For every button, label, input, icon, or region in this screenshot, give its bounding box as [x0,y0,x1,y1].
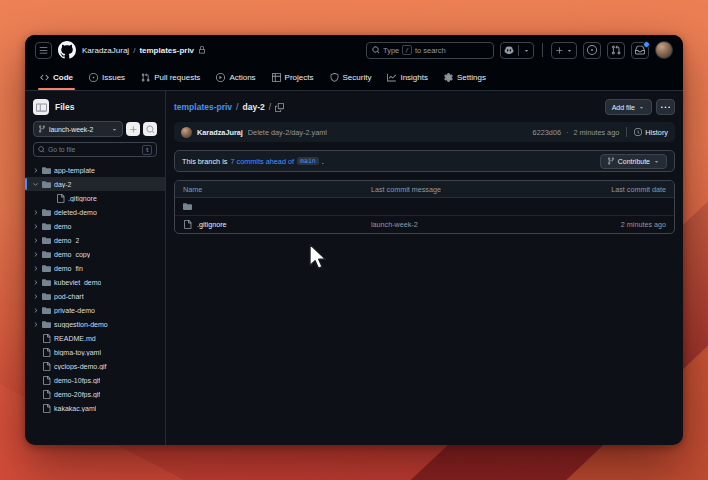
tab-security[interactable]: Security [323,65,379,90]
go-to-file-input[interactable]: Go to file t [33,142,157,157]
tab-projects[interactable]: Projects [265,65,321,90]
tree-item-day-2[interactable]: day-2 [25,177,165,191]
breadcrumb-current-folder: day-2 [242,102,264,112]
unread-notification-dot [643,41,650,48]
chevron-right-icon [31,307,39,314]
last-commit-message[interactable]: launch-week-2 [371,220,586,229]
copilot-button[interactable] [500,42,534,59]
copy-path-button[interactable] [275,103,284,112]
tree-item-label: kakakac.yaml [54,405,96,412]
tree-item-demo-10fps-gif[interactable]: demo-10fps.gif [25,373,165,387]
breadcrumb-repo-link[interactable]: templates-priv [174,102,232,112]
tree-item-deleted-demo[interactable]: deleted-demo [25,205,165,219]
tab-actions[interactable]: Actions [209,65,262,90]
tree-item-pod-chart[interactable]: pod-chart [25,289,165,303]
user-avatar[interactable] [655,41,673,59]
chevron-right-icon [31,293,39,300]
folder-icon [42,208,51,217]
folder-icon [42,320,51,329]
tree-item-suggestion-demo[interactable]: suggestion-demo [25,317,165,331]
folder-icon [42,222,51,231]
tree-item-label: demo-10fps.gif [54,377,100,384]
folder-icon [183,202,192,211]
chevron-right-icon [31,251,39,258]
context-repo-link[interactable]: templates-priv [139,46,194,55]
tree-item-bigma-toy-yaml[interactable]: bigma-toy.yaml [25,345,165,359]
tree-item-demo-2[interactable]: demo_2 [25,233,165,247]
gear-icon [444,73,453,82]
tree-item-label: demo-20fps.gif [54,391,100,398]
chevron-down-icon [111,126,118,133]
branch-status-prefix: This branch is [182,157,227,166]
tree-item-demo-fin[interactable]: demo_fin [25,261,165,275]
tree-item-demo-20fps-gif[interactable]: demo-20fps.gif [25,387,165,401]
collapse-file-tree-button[interactable] [33,99,49,115]
search-placeholder-pre: Type [383,46,399,55]
tab-insights[interactable]: Insights [380,65,435,90]
folder-icon [42,306,51,315]
tree-item-demo[interactable]: demo [25,219,165,233]
tree-item-readme-md[interactable]: README.md [25,331,165,345]
tab-code[interactable]: Code [33,65,80,90]
file-icon [42,404,51,413]
button-divider [518,45,519,56]
file-icon [42,348,51,357]
tree-item-kubeviet-demo[interactable]: kubeviet_demo [25,275,165,289]
pull-requests-dashboard-button[interactable] [607,42,625,59]
hamburger-icon [39,46,48,55]
notifications-button[interactable] [631,42,649,59]
tree-item-label: README.md [54,335,96,342]
plus-icon [129,125,138,134]
tree-item-label: bigma-toy.yaml [54,349,101,356]
commit-hash[interactable]: 6223d06 [533,128,561,137]
breadcrumb-separator: / [133,46,135,55]
tree-item-app-template[interactable]: app-template [25,163,165,177]
tree-item-gitignore[interactable]: .gitignore [25,191,165,205]
tree-item-label: demo [54,223,72,230]
graph-icon [387,73,396,82]
tab-label: Actions [229,73,255,82]
contribute-button[interactable]: Contribute [600,154,667,169]
tree-item-kakakac-yaml[interactable]: kakakac.yaml [25,401,165,415]
breadcrumb-separator: / [236,102,238,112]
tree-item-private-demo[interactable]: private-demo [25,303,165,317]
file-icon [183,220,192,229]
new-file-button[interactable] [126,122,140,136]
table-row-gitignore[interactable]: .gitignorelaunch-week-22 minutes ago [175,215,674,233]
chevron-down-icon [31,181,39,188]
kebab-icon [661,103,670,112]
commit-message-link[interactable]: Delete day-2/day-2.yaml [248,128,327,137]
commits-ahead-link[interactable]: 7 commits ahead of [230,157,294,166]
github-global-header: KaradzaJuraj / templates-priv Type / to … [25,35,683,65]
tree-item-cyclops-demo-gif[interactable]: cyclops-demo.gif [25,359,165,373]
file-name-link[interactable]: .gitignore [197,220,227,229]
pr-icon [141,73,150,82]
github-logo-icon[interactable] [58,41,76,59]
history-link[interactable]: History [634,128,668,137]
global-menu-button[interactable] [35,42,52,59]
tree-item-label: private-demo [54,307,95,314]
commit-author[interactable]: KaradzaJuraj [197,128,243,137]
search-input[interactable]: Type / to search [366,42,494,59]
commit-meta-separator: · [566,128,568,137]
commit-author-avatar[interactable] [181,127,192,138]
tree-item-demo-copy[interactable]: demo_copy [25,247,165,261]
add-file-button[interactable]: Add file [605,99,652,115]
issue-icon [89,73,98,82]
tree-item-label: deleted-demo [54,209,97,216]
tab-pull-requests[interactable]: Pull requests [134,65,207,90]
tab-settings[interactable]: Settings [437,65,493,90]
breadcrumb-separator: / [269,102,271,112]
create-new-button[interactable] [551,42,577,59]
issues-dashboard-button[interactable] [583,42,601,59]
base-branch-badge[interactable]: main [297,157,319,165]
table-row-parent[interactable] [175,198,674,215]
branch-selector[interactable]: launch-week-2 [33,121,123,137]
repo-content: templates-priv / day-2 / Add file Karadz… [166,91,683,445]
file-icon [56,194,65,203]
search-this-repo-button[interactable] [143,122,157,136]
chevron-right-icon [31,265,39,272]
tab-issues[interactable]: Issues [82,65,132,90]
more-options-button[interactable] [656,99,675,115]
context-user-link[interactable]: KaradzaJuraj [82,46,129,55]
